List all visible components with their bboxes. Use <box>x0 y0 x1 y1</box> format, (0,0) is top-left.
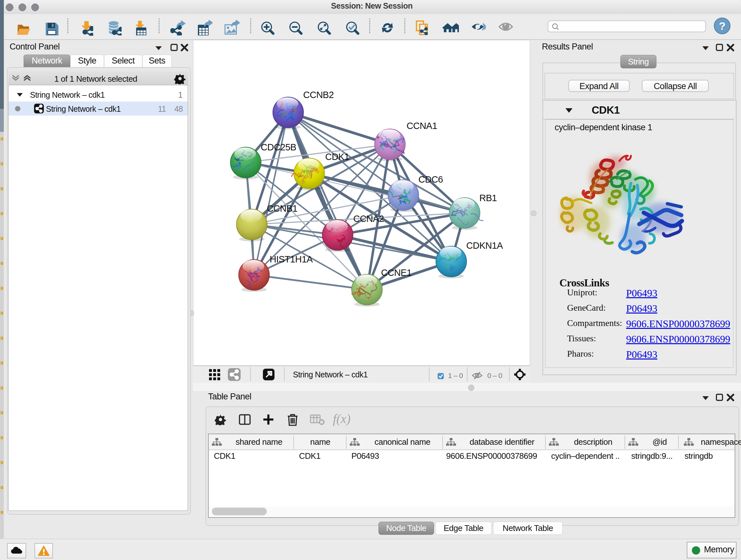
svg-text:CDC25B: CDC25B <box>261 142 296 152</box>
svg-text:CDK1: CDK1 <box>325 152 349 162</box>
svg-text:CCNA2: CCNA2 <box>353 213 384 224</box>
svg-text:RB1: RB1 <box>479 193 497 203</box>
svg-text:CCNA1: CCNA1 <box>407 121 437 131</box>
svg-text:CCNE1: CCNE1 <box>381 267 412 278</box>
svg-text:HIST1H1A: HIST1H1A <box>270 254 313 264</box>
svg-text:CDC6: CDC6 <box>418 174 443 185</box>
svg-text:CDKN1A: CDKN1A <box>466 240 503 251</box>
svg-text:CCNB2: CCNB2 <box>303 90 334 100</box>
svg-text:CCNB1: CCNB1 <box>267 203 297 213</box>
